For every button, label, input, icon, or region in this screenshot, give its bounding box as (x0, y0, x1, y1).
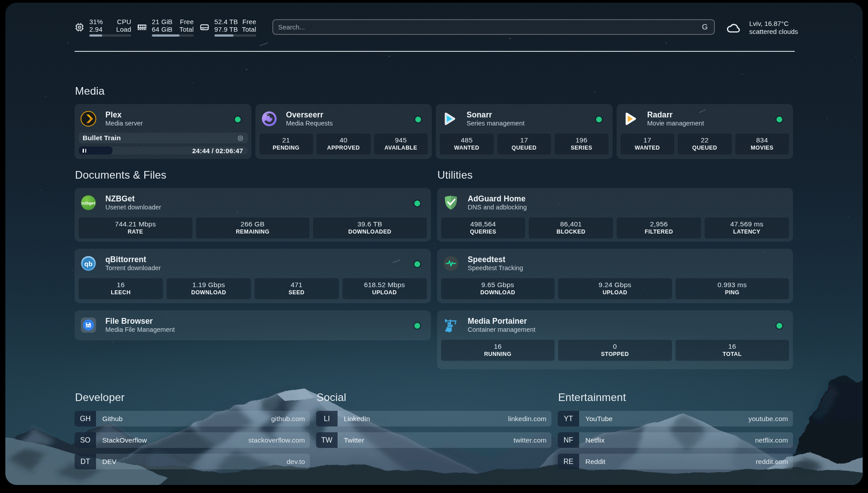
bookmark-name-stackoverflow[interactable]: StackOverflow (102, 436, 147, 444)
service-card-adguard[interactable]: AdGuard Home DNS and adblocking 498,564 … (437, 188, 793, 242)
service-header: Plex Media server (80, 110, 229, 127)
resource-readout: 21 GiB Free 64 GiB Total (152, 18, 194, 37)
radarr-stat-wanted: 17 WANTED (621, 134, 675, 155)
resource-row: 97.9 TB Total (214, 25, 256, 33)
bookmark-github[interactable]: GH Github github.com (75, 411, 310, 426)
section-utilities: Utilities (437, 169, 793, 369)
resource-widgets: 31% CPU 2.94 Load (75, 18, 256, 37)
stat-value: 21 (259, 136, 313, 144)
svg-text:nzbget: nzbget (82, 201, 96, 205)
plex-playback-time: 24:44 / 02:06:47 (192, 146, 243, 155)
bookmark-name-linkedin[interactable]: LinkedIn (344, 415, 370, 423)
status-dot-portainer (776, 323, 782, 329)
service-title-adguard[interactable]: AdGuard Home (468, 194, 527, 203)
service-card-portainer[interactable]: Media Portainer Container management 16 … (437, 310, 793, 369)
bookmark-netflix[interactable]: NF Netflix netflix.com (558, 432, 793, 448)
radarr-icon (622, 111, 638, 127)
service-card-radarr[interactable]: Radarr Movie management 17 WANTED 22 QUE… (617, 104, 793, 159)
service-header: Overseerr Media Requests (261, 110, 410, 127)
service-header: qb qBittorrent Torrent downloader (80, 255, 409, 272)
disk-icon (200, 22, 209, 32)
service-card-speedtest[interactable]: Speedtest Speedtest Tracking 9.65 Gbps D… (437, 249, 793, 303)
service-card-overseerr[interactable]: Overseerr Media Requests 21 PENDING 40 A… (255, 104, 432, 159)
topbar-divider (75, 51, 795, 52)
service-card-qbittorrent[interactable]: qb qBittorrent Torrent downloader (75, 249, 431, 303)
service-card-plex[interactable]: Plex Media server Bullet Train (75, 104, 251, 159)
service-title-overseerr[interactable]: Overseerr (286, 110, 333, 119)
bookmark-name-twitter[interactable]: Twitter (344, 436, 364, 444)
qbittorrent-stat-upload: 618.52 Mbps UPLOAD (342, 278, 427, 299)
service-subtitle-portainer: Container management (468, 326, 536, 334)
bookmark-stackoverflow[interactable]: SO StackOverflow stackoverflow.com (75, 432, 310, 448)
status-dot-nzbget (414, 201, 420, 206)
stat-label: RATE (79, 228, 192, 235)
service-stats-row: 21 PENDING 40 APPROVED 945 AVAILABLE (259, 134, 428, 155)
bookmark-url-youtube: youtube.com (748, 415, 788, 423)
bookmark-url-linkedin: linkedin.com (508, 415, 547, 423)
service-title-plex[interactable]: Plex (105, 110, 143, 119)
service-card-stack: nzbget NZBGet Usenet downloader (75, 188, 431, 340)
stat-label: WANTED (440, 144, 494, 151)
bookmark-twitter[interactable]: TW Twitter twitter.com (316, 432, 551, 448)
service-stats-row: 9.65 Gbps DOWNLOAD 9.24 Gbps UPLOAD 0.99… (441, 278, 789, 299)
bookmark-name-youtube[interactable]: YouTube (585, 415, 613, 423)
stat-label: DOWNLOAD (167, 289, 251, 296)
bookmark-name-github[interactable]: Github (102, 415, 123, 423)
service-card-filebrowser[interactable]: File Browser Media File Management (75, 310, 431, 340)
stat-label: FILTERED (617, 228, 701, 235)
search-bar[interactable]: G (272, 19, 715, 35)
plex-now-playing: Bullet Train (79, 133, 248, 143)
progress-fill (152, 34, 179, 37)
service-title-filebrowser[interactable]: File Browser (105, 317, 175, 326)
bookmark-group-developer: Developer GH Github github.com SO StackO… (75, 391, 310, 475)
search-provider-google[interactable]: G (702, 23, 708, 31)
bookmark-dev[interactable]: DT DEV dev.to (75, 454, 310, 469)
service-title-radarr[interactable]: Radarr (647, 110, 704, 119)
service-subtitle-filebrowser: Media File Management (105, 326, 175, 334)
bookmark-youtube[interactable]: YT YouTube youtube.com (558, 411, 793, 426)
service-title-speedtest[interactable]: Speedtest (468, 255, 523, 264)
service-subtitle-plex: Media server (105, 120, 143, 127)
bookmark-group-title-entertainment: Entertainment (558, 391, 793, 404)
sonarr-stat-wanted: 485 WANTED (440, 134, 494, 155)
stat-label: SERIES (555, 144, 609, 151)
service-title-qbittorrent[interactable]: qBittorrent (105, 255, 161, 264)
plex-seek-bar[interactable]: 24:44 / 02:06:47 (79, 146, 248, 155)
service-card-sonarr[interactable]: Sonarr Series management 485 WANTED 17 Q… (436, 104, 613, 159)
bookmark-name-dev[interactable]: DEV (102, 458, 117, 466)
overseerr-stat-approved: 40 APPROVED (317, 134, 371, 155)
stat-label: DOWNLOAD (441, 289, 555, 296)
resource-readout: 52.4 TB Free 97.9 TB Total (214, 18, 256, 37)
media-card-row: Plex Media server Bullet Train (75, 104, 793, 159)
stat-label: QUEUED (497, 144, 551, 151)
bookmark-name-reddit[interactable]: Reddit (585, 458, 605, 466)
service-title-sonarr[interactable]: Sonarr (467, 110, 525, 119)
service-title-nzbget[interactable]: NZBGet (105, 194, 161, 203)
service-card-nzbget[interactable]: nzbget NZBGet Usenet downloader (75, 188, 431, 242)
service-header-text: AdGuard Home DNS and adblocking (468, 194, 527, 211)
nzbget-stat-remaining: 266 GB REMAINING (196, 217, 310, 238)
bookmark-group-title-social: Social (317, 391, 551, 404)
bookmark-reddit[interactable]: RE Reddit reddit.com (558, 454, 793, 469)
qbittorrent-stat-seed: 471 SEED (255, 278, 339, 299)
section-title-media: Media (75, 85, 793, 97)
stat-label: QUERIES (441, 228, 526, 235)
bookmark-body: DEV dev.to (96, 454, 310, 469)
weather-text: Lviv, 16.87°C scattered clouds (749, 20, 798, 35)
section-title-utilities: Utilities (438, 169, 793, 181)
service-title-portainer[interactable]: Media Portainer (468, 317, 536, 326)
stat-value: 618.52 Mbps (342, 280, 427, 289)
stat-value: 16 (79, 280, 163, 289)
stat-label: QUEUED (678, 144, 732, 151)
bookmark-name-netflix[interactable]: Netflix (585, 436, 605, 444)
service-subtitle-sonarr: Series management (467, 120, 525, 127)
disk-progress-bar (214, 34, 256, 37)
bookmark-url-dev: dev.to (287, 458, 305, 466)
service-stats-row: 485 WANTED 17 QUEUED 196 SERIES (440, 134, 609, 155)
overseerr-icon (261, 111, 277, 127)
service-subtitle-radarr: Movie management (647, 120, 704, 127)
search-input[interactable] (278, 23, 702, 31)
bookmark-body: Github github.com (96, 411, 310, 426)
service-header-text: File Browser Media File Management (105, 317, 175, 334)
bookmark-linkedin[interactable]: LI LinkedIn linkedin.com (316, 411, 551, 426)
